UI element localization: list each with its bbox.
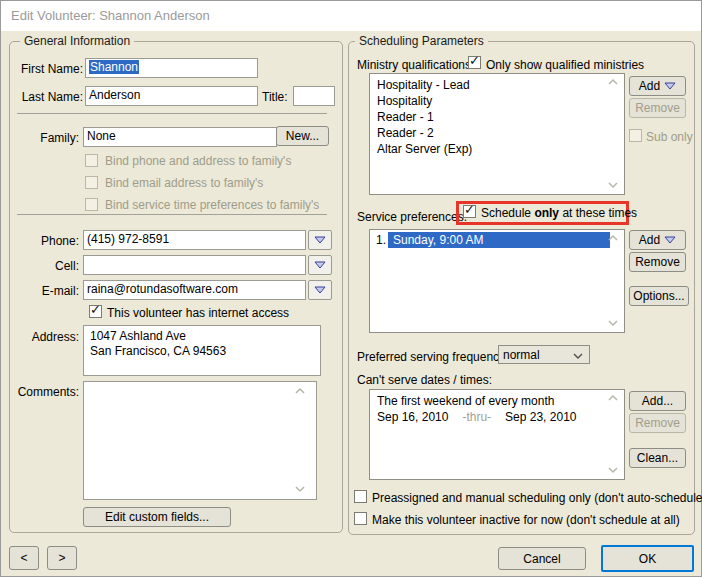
comments-input[interactable] (83, 381, 317, 500)
bind-service-checkbox[interactable] (85, 198, 98, 211)
bind-service-label: Bind service time preferences to family'… (105, 198, 319, 212)
cant-serve-label: Can't serve dates / times: (357, 373, 492, 387)
bind-email-checkbox[interactable] (85, 176, 98, 189)
dropdown-triangle-icon (314, 236, 326, 244)
service-preferences-list[interactable]: 1. Sunday, 9:00 AM (369, 229, 625, 333)
separator (17, 214, 327, 215)
family-label: Family: (15, 131, 79, 145)
cant-serve-add-button[interactable]: Add... (629, 391, 686, 411)
list-item[interactable]: Reader - 1 (377, 109, 434, 125)
cancel-button[interactable]: Cancel (498, 547, 586, 570)
checkmark-icon: ✓ (90, 302, 101, 317)
first-name-selected-text: Shannon (89, 60, 139, 74)
email-dropdown-button[interactable] (308, 280, 332, 300)
list-item[interactable]: The first weekend of every month (377, 393, 554, 409)
cant-serve-remove-button[interactable]: Remove (629, 413, 686, 433)
inactive-label: Make this volunteer inactive for now (do… (372, 513, 680, 527)
sub-only-checkbox[interactable] (629, 129, 642, 142)
last-name-input[interactable]: Anderson (85, 86, 258, 106)
list-item[interactable]: Reader - 2 (377, 125, 434, 141)
ministry-add-label: Add (639, 79, 660, 93)
dropdown-triangle-icon (664, 236, 676, 244)
ministry-remove-button[interactable]: Remove (629, 98, 686, 118)
scroll-down-icon[interactable] (607, 466, 619, 474)
cant-serve-end-date: Sep 23, 2010 (505, 410, 576, 424)
service-add-label: Add (639, 233, 660, 247)
service-item-number: 1. (376, 232, 386, 248)
internet-access-label: This volunteer has internet access (107, 306, 289, 320)
separator (17, 113, 327, 114)
address-input[interactable]: 1047 Ashland Ave San Francisco, CA 94563 (83, 325, 321, 376)
scroll-up-icon[interactable] (607, 234, 619, 242)
family-new-button[interactable]: New... (276, 126, 329, 146)
general-information-legend: General Information (20, 34, 134, 48)
address-label: Address: (15, 330, 79, 344)
scroll-up-icon[interactable] (607, 394, 619, 402)
title-bar: Edit Volunteer: Shannon Anderson (1, 1, 701, 31)
dropdown-triangle-icon (314, 261, 326, 269)
scroll-down-icon[interactable] (607, 319, 619, 327)
dropdown-triangle-icon (314, 286, 326, 294)
cant-serve-list[interactable]: The first weekend of every month Sep 16,… (369, 389, 625, 480)
prev-volunteer-button[interactable]: < (9, 546, 39, 570)
ministry-add-button[interactable]: Add (629, 76, 686, 96)
service-preferences-label: Service preferences. (357, 210, 467, 224)
dropdown-triangle-icon (664, 82, 676, 90)
only-qualified-checkbox[interactable]: ✓ (468, 56, 481, 69)
frequency-label: Preferred serving frequency: (357, 350, 508, 364)
schedule-only-prefix: Schedule (481, 206, 534, 220)
ministry-qualifications-label: Ministry qualifications. (357, 58, 474, 72)
email-label: E-mail: (15, 284, 79, 298)
edit-volunteer-dialog: Edit Volunteer: Shannon Anderson General… (0, 0, 702, 577)
phone-label: Phone: (15, 234, 79, 248)
first-name-input[interactable]: Shannon (85, 58, 258, 78)
preassigned-checkbox[interactable] (354, 490, 367, 503)
next-volunteer-button[interactable]: > (47, 546, 77, 570)
phone-dropdown-button[interactable] (308, 230, 332, 250)
service-remove-button[interactable]: Remove (629, 252, 686, 272)
bind-phone-checkbox[interactable] (85, 154, 98, 167)
ministry-qualifications-list[interactable]: Hospitality - Lead Hospitality Reader - … (369, 73, 625, 195)
cell-dropdown-button[interactable] (308, 255, 332, 275)
schedule-only-checkbox[interactable]: ✓ (463, 205, 476, 218)
first-name-label: First Name: (15, 62, 83, 76)
list-item[interactable]: Sep 16, 2010-thru-Sep 23, 2010 (377, 409, 576, 425)
ok-button[interactable]: OK (601, 545, 694, 572)
cell-label: Cell: (15, 259, 79, 273)
frequency-select[interactable]: normal (498, 345, 590, 364)
comments-label: Comments: (15, 385, 79, 399)
edit-custom-fields-button[interactable]: Edit custom fields... (83, 507, 231, 527)
bind-email-label: Bind email address to family's (105, 176, 263, 190)
service-options-button[interactable]: Options... (629, 286, 689, 306)
service-item-selected[interactable]: Sunday, 9:00 AM (388, 232, 610, 248)
scroll-up-icon[interactable] (294, 387, 306, 395)
checkmark-icon: ✓ (469, 53, 480, 68)
list-item[interactable]: Altar Server (Exp) (377, 141, 472, 157)
service-add-button[interactable]: Add (629, 230, 686, 250)
email-input[interactable]: raina@rotundasoftware.com (83, 280, 306, 300)
cell-input[interactable] (83, 255, 306, 275)
schedule-only-label: Schedule only at these times (481, 206, 637, 220)
scroll-down-icon[interactable] (294, 485, 306, 493)
scroll-down-icon[interactable] (607, 181, 619, 189)
list-item[interactable]: Hospitality (377, 93, 432, 109)
schedule-only-suffix: at these times (559, 206, 637, 220)
sub-only-label: Sub only (646, 130, 693, 144)
inactive-checkbox[interactable] (354, 512, 367, 525)
schedule-only-bold: only (534, 206, 559, 220)
checkmark-icon: ✓ (464, 202, 475, 217)
family-input[interactable]: None (83, 127, 277, 147)
cant-serve-thru: -thru- (462, 410, 491, 424)
frequency-value: normal (503, 348, 540, 362)
phone-input[interactable]: (415) 972-8591 (83, 230, 306, 250)
internet-access-checkbox[interactable]: ✓ (89, 305, 102, 318)
last-name-label: Last Name: (15, 90, 83, 104)
window-title: Edit Volunteer: Shannon Anderson (11, 8, 210, 23)
cant-serve-clean-button[interactable]: Clean... (629, 448, 686, 468)
title-label: Title: (262, 90, 288, 104)
chevron-down-icon (572, 352, 584, 360)
scroll-up-icon[interactable] (607, 78, 619, 86)
preassigned-label: Preassigned and manual scheduling only (… (372, 491, 702, 505)
list-item[interactable]: Hospitality - Lead (377, 77, 470, 93)
title-input[interactable] (293, 86, 335, 106)
